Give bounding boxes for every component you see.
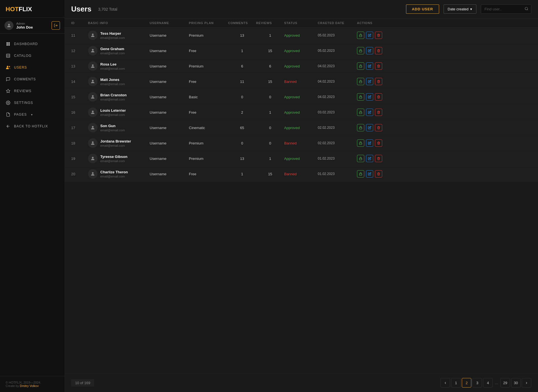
next-page-button[interactable]: › [522,378,531,388]
delete-button[interactable] [375,32,382,39]
date-sort-button[interactable]: Date created ▾ [444,4,476,14]
search-input[interactable] [481,4,531,14]
add-user-button[interactable]: ADD USER [406,4,439,14]
row-user-details: Son Gun email@email.com [100,124,125,132]
delete-button[interactable] [375,47,382,54]
lock-button[interactable] [357,32,364,39]
delete-button[interactable] [375,170,382,178]
row-plan: Premium [189,157,228,161]
lock-button[interactable] [357,47,364,54]
sidebar-item-settings[interactable]: SETTINGS [0,97,64,109]
sidebar-item-comments[interactable]: COMMENTS [0,73,64,85]
author-link[interactable]: Dmitry Volkov [20,384,39,388]
row-date: 05.02.2023 [318,49,357,53]
lock-button[interactable] [357,62,364,70]
row-email: email@email.com [100,159,127,163]
lock-button[interactable] [357,155,364,162]
row-reviews: 15 [256,80,284,84]
page-button-2[interactable]: 2 [462,378,471,388]
row-basic-info: Tyreese Gibson email@email.com [88,154,150,163]
svg-marker-11 [6,89,10,93]
edit-button[interactable] [366,47,373,54]
svg-rect-27 [360,112,362,114]
svg-point-16 [92,34,94,35]
delete-button[interactable] [375,155,382,162]
svg-point-30 [92,141,94,143]
edit-button[interactable] [366,155,373,162]
row-email: email@email.com [100,98,127,101]
row-date: 05.02.2023 [318,33,357,37]
row-date: 02.02.2023 [318,141,357,145]
page-button-29[interactable]: 29 [500,378,510,388]
sidebar-item-label: PAGES [14,113,27,116]
delete-button[interactable] [375,139,382,147]
row-actions [357,139,391,147]
lock-button[interactable] [357,78,364,85]
sidebar-item-catalog[interactable]: CATALOG [0,50,64,62]
edit-button[interactable] [366,93,373,101]
edit-button[interactable] [366,170,373,178]
row-date: 02.02.2023 [318,126,357,130]
lock-button[interactable] [357,93,364,101]
row-actions [357,32,391,39]
row-username: Username [150,95,189,99]
page-button-3[interactable]: 3 [472,378,482,388]
svg-point-12 [8,102,9,103]
avatar [88,123,98,132]
row-plan: Free [189,49,228,53]
row-reviews: 1 [256,33,284,38]
delete-button[interactable] [375,124,382,131]
page-button-30[interactable]: 30 [511,378,521,388]
sidebar-item-label: DASHBOARD [14,42,38,46]
delete-button[interactable] [375,93,382,101]
lock-button[interactable] [357,139,364,147]
settings-icon [6,100,11,105]
page-button-1[interactable]: 1 [451,378,461,388]
sidebar-item-pages[interactable]: PAGES ▾ [0,109,64,120]
edit-button[interactable] [366,139,373,147]
edit-button[interactable] [366,62,373,70]
sidebar-item-dashboard[interactable]: DASHBOARD [0,38,64,50]
page-button-4[interactable]: 4 [483,378,493,388]
edit-button[interactable] [366,124,373,131]
table-row: 15 Brian Cranston email@email.com Userna… [64,89,538,105]
logout-button[interactable] [52,21,60,30]
user-name: John Doe [16,25,33,29]
main-content: Users 3,702 Total ADD USER Date created … [64,0,538,392]
row-comments: 13 [228,33,256,38]
row-status: Banned [284,172,318,176]
row-name: Rosa Lee [100,62,125,66]
table-row: 11 Tess Harper email@email.com Username … [64,28,538,43]
grid-icon [6,41,11,46]
sidebar-item-reviews[interactable]: REVIEWS [0,85,64,97]
table-row: 13 Rosa Lee email@email.com Username Pre… [64,59,538,74]
lock-button[interactable] [357,170,364,178]
sidebar-item-back[interactable]: BACK TO HOTFLIX [0,120,64,132]
edit-button[interactable] [366,32,373,39]
svg-rect-29 [360,128,362,129]
reviews-icon [6,88,11,94]
row-plan: Free [189,80,228,84]
delete-button[interactable] [375,62,382,70]
lock-button[interactable] [357,124,364,131]
row-basic-info: Charlize Theron email@email.com [88,169,150,179]
sidebar-item-users[interactable]: USERS [0,62,64,73]
lock-button[interactable] [357,109,364,116]
row-reviews: 0 [256,126,284,130]
search-icon[interactable] [525,7,528,11]
table-header: ID BASIC INFO USERNAME PRICING PLAN COMM… [64,18,538,28]
svg-point-20 [92,64,94,66]
prev-page-button[interactable]: ‹ [440,378,450,388]
credits-text: Create by [6,384,20,388]
edit-button[interactable] [366,109,373,116]
svg-point-22 [92,80,94,81]
delete-button[interactable] [375,109,382,116]
delete-button[interactable] [375,78,382,85]
sidebar-item-label: BACK TO HOTFLIX [14,124,48,128]
svg-point-14 [525,7,528,10]
edit-button[interactable] [366,78,373,85]
row-user-details: Charlize Theron email@email.com [100,170,128,178]
row-basic-info: Son Gun email@email.com [88,123,150,132]
svg-point-9 [7,66,8,67]
row-name: Brian Cranston [100,93,127,97]
